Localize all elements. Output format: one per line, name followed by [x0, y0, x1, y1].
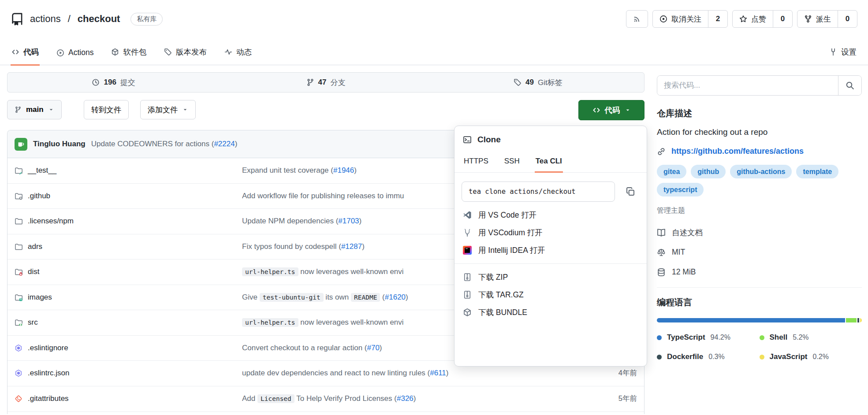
copy-button[interactable]: [623, 184, 638, 199]
issue-link[interactable]: #1620: [385, 293, 406, 301]
message-text: ): [235, 140, 238, 148]
tab-code[interactable]: 代码: [11, 47, 40, 66]
add-file-button[interactable]: 添加文件: [140, 100, 196, 119]
meta-12-mib[interactable]: 12 MiB: [657, 262, 862, 282]
open-with-item[interactable]: 用 VS Code 打开: [462, 206, 640, 224]
repo-page: actions / checkout 私有库 取消关注2点赞0派生0 代码Act…: [0, 0, 868, 415]
tab-packages[interactable]: 软件包: [110, 47, 147, 66]
meta-mit[interactable]: MIT: [657, 242, 862, 262]
stat-branches[interactable]: 47分支: [220, 73, 432, 92]
language-javascript[interactable]: JavaScript0.2%: [760, 352, 862, 361]
inline-code: url-helper.ts: [242, 318, 298, 327]
issue-link[interactable]: #611: [430, 369, 446, 377]
topic-github[interactable]: github: [691, 165, 726, 178]
issue-link[interactable]: #1703: [338, 217, 359, 225]
tab-releases[interactable]: 版本发布: [163, 47, 208, 66]
meta-label: 自述文档: [672, 227, 703, 238]
repo-description: Action for checking out a repo: [657, 127, 862, 137]
star-count[interactable]: 0: [773, 11, 792, 27]
issue-link[interactable]: #1287: [341, 242, 362, 251]
file-name-cell: .eslintignore: [7, 344, 242, 352]
file-name[interactable]: src: [28, 318, 38, 327]
social-buttons: 取消关注2点赞0派生0: [652, 10, 857, 28]
copy-icon: [626, 187, 635, 196]
about-title: 仓库描述: [657, 107, 862, 119]
language-segment-javascript: [860, 318, 862, 322]
stat-commits[interactable]: 196提交: [7, 73, 220, 92]
repo-name-link[interactable]: checkout: [78, 13, 120, 25]
download-item[interactable]: 下载 BUNDLE: [462, 304, 640, 321]
file-name[interactable]: .github: [28, 192, 50, 200]
file-name[interactable]: .eslintignore: [28, 344, 68, 352]
file-name-cell: src: [7, 318, 242, 327]
terminal-icon: [463, 135, 472, 144]
message-text: (: [380, 293, 384, 301]
language-typescript[interactable]: TypeScript94.2%: [657, 333, 760, 342]
tab-actions[interactable]: Actions: [56, 48, 94, 66]
message-text: ): [362, 242, 365, 251]
commit-message[interactable]: Update CODEOWNERS for actions (#2224): [91, 140, 238, 148]
goto-file-button[interactable]: 转到文件: [84, 100, 129, 119]
search-button[interactable]: [838, 76, 861, 95]
watch-count[interactable]: 2: [708, 11, 727, 27]
language-dockerfile[interactable]: Dockerfile0.3%: [657, 352, 760, 361]
link-icon: [657, 147, 666, 156]
file-name[interactable]: adrs: [28, 242, 42, 251]
clone-command-input[interactable]: [462, 182, 615, 202]
topic-template[interactable]: template: [796, 165, 838, 178]
file-name[interactable]: dist: [28, 267, 39, 276]
file-age: 4年前: [591, 368, 644, 378]
topic-typescript[interactable]: typescript: [657, 183, 704, 196]
issue-link[interactable]: #326: [397, 394, 414, 403]
clone-protocol-tabs: HTTPSSSHTea CLI: [454, 152, 647, 173]
sidebar: 仓库描述 Action for checking out a repo http…: [657, 72, 862, 361]
topic-github-actions[interactable]: github-actions: [730, 165, 792, 178]
avatar[interactable]: [15, 138, 27, 151]
language-shell[interactable]: Shell5.2%: [760, 333, 862, 342]
search-input[interactable]: [657, 76, 838, 95]
cube-icon: [463, 308, 472, 317]
open-with-item[interactable]: 用 Intellij IDEA 打开: [462, 241, 640, 259]
folder-image-icon: [15, 293, 22, 301]
manage-topics-link[interactable]: 管理主题: [657, 206, 862, 215]
issue-link[interactable]: #70: [367, 344, 379, 352]
topic-gitea[interactable]: gitea: [657, 165, 686, 178]
commit-author[interactable]: Tingluo Huang: [33, 140, 86, 148]
branch-selector[interactable]: main: [7, 100, 62, 119]
meta-自述文档[interactable]: 自述文档: [657, 222, 862, 242]
stat-tags[interactable]: 49Git标签: [432, 73, 644, 92]
file-name[interactable]: .gitattributes: [28, 394, 69, 403]
clone-tab-ssh[interactable]: SSH: [503, 152, 521, 173]
download-item[interactable]: 下载 TAR.GZ: [462, 286, 640, 304]
file-name-cell: adrs: [7, 242, 242, 251]
clone-title: Clone: [477, 135, 501, 145]
rss-button[interactable]: [626, 10, 648, 28]
file-name[interactable]: .licenses/npm: [28, 217, 74, 226]
language-name: Dockerfile: [667, 352, 703, 361]
visibility-badge: 私有库: [130, 13, 163, 26]
issue-link[interactable]: #1946: [333, 166, 354, 174]
language-name: TypeScript: [667, 333, 705, 342]
issue-link[interactable]: #2224: [214, 140, 235, 148]
open-with-item[interactable]: 用 VSCodium 打开: [462, 224, 640, 241]
clone-tab-tea-cli[interactable]: Tea CLI: [535, 152, 563, 173]
watch-button[interactable]: 取消关注: [653, 11, 708, 27]
star-button[interactable]: 点赞: [733, 11, 773, 27]
file-name[interactable]: images: [28, 293, 52, 302]
file-name[interactable]: __test__: [28, 166, 56, 175]
message-text: its own: [324, 293, 351, 301]
clone-tab-https[interactable]: HTTPS: [463, 152, 489, 173]
meta-label: 12 MiB: [672, 267, 696, 277]
fork-button[interactable]: 派生: [797, 11, 838, 27]
search-icon: [846, 81, 854, 90]
download-item[interactable]: 下载 ZIP: [462, 268, 640, 286]
goto-file-label: 转到文件: [91, 105, 121, 115]
tab-settings[interactable]: 设置: [828, 47, 857, 66]
fork-count[interactable]: 0: [838, 11, 857, 27]
tab-activity[interactable]: 动态: [224, 47, 253, 66]
repo-owner-link[interactable]: actions: [30, 13, 61, 25]
code-download-button[interactable]: 代码: [578, 100, 644, 120]
file-name[interactable]: .eslintrc.json: [28, 369, 69, 378]
website-link[interactable]: https://github.com/features/actions: [671, 147, 804, 156]
fork-label: 派生: [816, 14, 831, 24]
